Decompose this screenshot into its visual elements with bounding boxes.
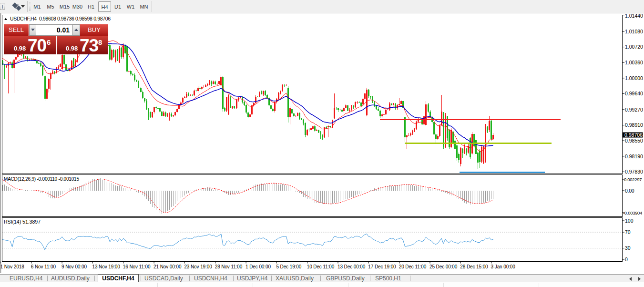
svg-text:3 Jan 00:00: 3 Jan 00:00 xyxy=(491,264,516,269)
svg-text:23 Nov 19:00: 23 Nov 19:00 xyxy=(184,264,212,269)
svg-text:28 Nov 11:00: 28 Nov 11:00 xyxy=(215,264,243,269)
svg-text:RSI(14) 51.3897: RSI(14) 51.3897 xyxy=(4,219,41,225)
svg-text:5 Dec 19:00: 5 Dec 19:00 xyxy=(276,264,301,269)
svg-text:21 Nov 00:00: 21 Nov 00:00 xyxy=(153,264,182,269)
svg-text:0.99270: 0.99270 xyxy=(625,107,643,113)
svg-text:6 Nov 11:00: 6 Nov 11:00 xyxy=(31,264,56,269)
svg-text:1.01080: 1.01080 xyxy=(625,29,643,34)
svg-text:20 Dec 11:00: 20 Dec 11:00 xyxy=(399,264,427,269)
svg-text:0.97830: 0.97830 xyxy=(625,169,643,174)
svg-text:0: 0 xyxy=(625,256,628,262)
svg-text:-0.003904: -0.003904 xyxy=(623,210,642,215)
svg-text:70: 70 xyxy=(625,229,631,235)
svg-text:0.00: 0.00 xyxy=(625,188,634,194)
svg-text:17 Dec 19:00: 17 Dec 19:00 xyxy=(368,264,396,269)
svg-text:1 Dec 00:00: 1 Dec 00:00 xyxy=(245,264,271,269)
svg-text:0.98190: 0.98190 xyxy=(625,154,643,159)
svg-text:30: 30 xyxy=(625,245,631,251)
svg-text:25 Dec 00:00: 25 Dec 00:00 xyxy=(429,264,458,269)
svg-text:28 Dec 15:00: 28 Dec 15:00 xyxy=(460,264,488,269)
svg-text:0.98550: 0.98550 xyxy=(625,138,643,144)
svg-text:13 Dec 00:00: 13 Dec 00:00 xyxy=(337,264,366,269)
svg-text:1.00360: 1.00360 xyxy=(625,60,643,65)
svg-text:9 Nov 00:00: 9 Nov 00:00 xyxy=(61,264,87,269)
svg-text:0.98910: 0.98910 xyxy=(625,122,643,128)
svg-text:1.00720: 1.00720 xyxy=(625,44,643,50)
svg-text:1.01440: 1.01440 xyxy=(625,13,643,19)
svg-text:100: 100 xyxy=(625,218,634,224)
svg-text:0.002297: 0.002297 xyxy=(624,177,642,182)
svg-text:13 Nov 19:00: 13 Nov 19:00 xyxy=(92,264,121,269)
svg-text:USDCHF,H4 0.98608 0.98736 0.9: USDCHF,H4 0.98608 0.98736 0.98598 0.9870… xyxy=(10,16,111,21)
svg-text:16 Nov 11:00: 16 Nov 11:00 xyxy=(123,264,151,269)
svg-text:MACD(12,26,9) -0.000110 -0.001: MACD(12,26,9) -0.000110 -0.001015 xyxy=(4,176,79,182)
svg-text:1 Nov 2018: 1 Nov 2018 xyxy=(0,264,25,269)
svg-text:1.00000: 1.00000 xyxy=(625,75,643,81)
svg-text:0.99640: 0.99640 xyxy=(625,91,643,96)
svg-text:0.98706: 0.98706 xyxy=(624,132,643,138)
svg-text:10 Dec 11:00: 10 Dec 11:00 xyxy=(307,264,335,269)
